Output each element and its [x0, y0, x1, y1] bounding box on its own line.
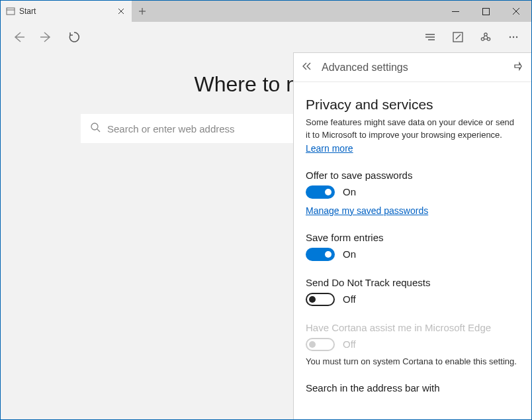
toggle-save-passwords[interactable] [306, 185, 335, 199]
svg-line-14 [456, 34, 461, 39]
search-icon [90, 122, 101, 135]
pin-button[interactable] [513, 61, 523, 74]
panel-title: Advanced settings [322, 62, 513, 74]
refresh-button[interactable] [60, 23, 88, 51]
toggle-cortana [306, 338, 335, 351]
learn-more-link[interactable]: Learn more [306, 143, 353, 154]
page-icon [6, 7, 15, 16]
tab-title: Start [19, 7, 116, 16]
web-note-button[interactable] [444, 23, 472, 51]
setting-cortana: Have Cortana assist me in Microsoft Edge… [306, 322, 519, 366]
svg-point-22 [513, 36, 514, 38]
toggle-form-entries[interactable] [306, 248, 335, 261]
more-button[interactable] [500, 23, 527, 51]
close-button[interactable] [501, 1, 531, 22]
panel-header: Advanced settings [294, 53, 531, 82]
setting-label: Send Do Not Track requests [306, 277, 519, 288]
svg-line-19 [486, 36, 488, 38]
setting-save-passwords: Offer to save passwords On Manage my sav… [306, 170, 519, 216]
section-title: Privacy and services [306, 97, 519, 113]
panel-back-button[interactable] [302, 62, 314, 74]
back-button[interactable] [5, 23, 32, 51]
new-tab-button[interactable] [132, 1, 153, 22]
maximize-button[interactable] [470, 1, 501, 22]
setting-address-bar: Search in the address bar with [306, 382, 519, 394]
toggle-state: Off [343, 339, 356, 350]
tab-start[interactable]: Start [1, 1, 132, 22]
section-description: Some features might save data on your de… [306, 117, 519, 142]
manage-passwords-link[interactable]: Manage my saved passwords [306, 205, 428, 216]
svg-point-17 [487, 38, 490, 40]
svg-rect-7 [482, 8, 489, 15]
svg-line-25 [97, 129, 100, 132]
svg-point-16 [481, 38, 484, 40]
setting-label: Offer to save passwords [306, 170, 519, 181]
setting-label: Search in the address bar with [306, 382, 519, 394]
share-button[interactable] [472, 23, 500, 51]
svg-point-23 [516, 36, 517, 38]
toolbar [1, 22, 531, 52]
setting-form-entries: Save form entries On [306, 232, 519, 261]
setting-label: Have Cortana assist me in Microsoft Edge [306, 322, 519, 333]
svg-line-18 [484, 36, 485, 38]
tab-close-button[interactable] [116, 6, 126, 17]
toggle-state: On [343, 186, 356, 197]
reading-view-button[interactable] [416, 23, 444, 51]
settings-panel: Advanced settings Privacy and services S… [293, 52, 531, 419]
titlebar: Start [1, 1, 531, 22]
svg-point-24 [91, 123, 98, 130]
toggle-do-not-track[interactable] [306, 293, 335, 306]
panel-body: Privacy and services Some features might… [294, 82, 531, 394]
window-controls [440, 1, 531, 22]
toggle-state: On [343, 248, 356, 260]
svg-point-21 [510, 36, 511, 38]
forward-button[interactable] [32, 23, 60, 51]
setting-do-not-track: Send Do Not Track requests Off [306, 277, 519, 306]
setting-label: Save form entries [306, 232, 519, 243]
svg-rect-0 [7, 8, 15, 15]
cortana-note: You must turn on system Cortana to enabl… [306, 356, 519, 366]
toggle-state: Off [343, 293, 356, 305]
minimize-button[interactable] [440, 1, 470, 22]
